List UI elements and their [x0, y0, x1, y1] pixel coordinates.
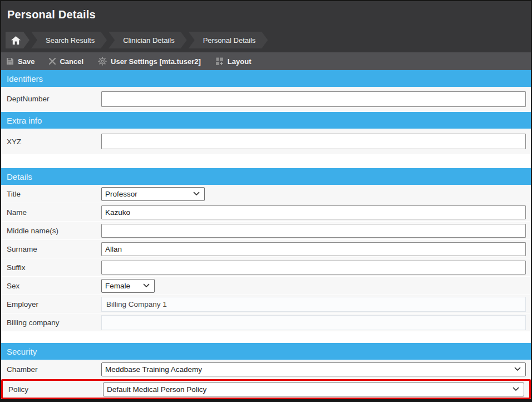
- layout-grid-icon: [215, 57, 224, 66]
- name-input[interactable]: [101, 205, 526, 219]
- form-row-middle-names: Middle name(s): [1, 222, 531, 240]
- breadcrumb: Search Results Clinician Details Persona…: [1, 28, 531, 52]
- toolbar: Save Cancel: [1, 52, 531, 70]
- layout-label: Layout: [228, 57, 252, 66]
- page-title: Personal Details: [7, 8, 96, 21]
- chamber-select[interactable]: Meddbase Training Academy: [101, 362, 526, 376]
- breadcrumb-item-clinician-details[interactable]: Clinician Details: [109, 32, 186, 48]
- breadcrumb-label: Clinician Details: [123, 36, 174, 45]
- title-bar: Personal Details: [1, 1, 531, 28]
- cancel-button[interactable]: Cancel: [49, 57, 83, 66]
- save-button[interactable]: Save: [6, 57, 35, 66]
- form-row-xyz: XYZ: [1, 129, 531, 155]
- form-row-chamber: Chamber Meddbase Training Academy: [1, 360, 531, 379]
- xyz-label: XYZ: [7, 138, 101, 146]
- breadcrumb-home[interactable]: [6, 32, 29, 48]
- deptnumber-label: DeptNumber: [7, 95, 101, 103]
- save-icon: [6, 57, 14, 65]
- section-title: Identifiers: [7, 74, 43, 84]
- section-header-extra-info: Extra info: [1, 112, 531, 129]
- form-row-employer: Employer Billing Company 1: [1, 295, 531, 313]
- sex-label: Sex: [7, 282, 101, 290]
- deptnumber-input[interactable]: [101, 91, 526, 107]
- middle-names-input[interactable]: [101, 224, 526, 238]
- user-settings-button[interactable]: User Settings [mta.tuser2]: [98, 57, 201, 66]
- xyz-input[interactable]: [101, 134, 526, 149]
- form-row-billing-company: Billing company: [1, 313, 531, 332]
- section-title: Details: [7, 172, 32, 182]
- breadcrumb-item-search-results[interactable]: Search Results: [31, 32, 107, 48]
- section-header-security: Security: [1, 343, 531, 360]
- policy-label: Policy: [8, 385, 103, 394]
- policy-highlight-box: Policy Default Medical Person Policy: [1, 379, 531, 399]
- save-label: Save: [18, 57, 35, 66]
- cancel-label: Cancel: [60, 57, 83, 66]
- policy-select[interactable]: Default Medical Person Policy: [103, 383, 524, 396]
- suffix-label: Suffix: [7, 263, 101, 272]
- suffix-input[interactable]: [101, 261, 526, 274]
- home-icon: [11, 36, 21, 45]
- surname-input[interactable]: [101, 242, 526, 256]
- surname-label: Surname: [7, 245, 101, 253]
- form-row-title: Title Professor: [1, 185, 531, 203]
- section-header-details: Details: [1, 168, 531, 185]
- breadcrumb-label: Search Results: [46, 36, 95, 45]
- top-band: Personal Details Search Results Clinicia…: [1, 1, 531, 52]
- employer-label: Employer: [7, 300, 101, 308]
- breadcrumb-item-personal-details[interactable]: Personal Details: [189, 32, 268, 48]
- title-select[interactable]: Professor: [101, 187, 205, 201]
- user-settings-label: User Settings [mta.tuser2]: [111, 57, 201, 66]
- billing-company-readonly-field: [101, 315, 526, 330]
- breadcrumb-label: Personal Details: [203, 36, 256, 45]
- gear-icon: [98, 57, 107, 66]
- billing-company-label: Billing company: [7, 318, 101, 327]
- title-label: Title: [7, 190, 101, 198]
- spacer: [1, 332, 531, 343]
- form-row-name: Name: [1, 203, 531, 222]
- middle-names-label: Middle name(s): [7, 227, 101, 235]
- chamber-label: Chamber: [7, 365, 101, 374]
- section-title: Security: [7, 347, 37, 356]
- employer-readonly-field: Billing Company 1: [101, 297, 526, 312]
- section-header-identifiers: Identifiers: [1, 70, 531, 87]
- close-icon: [49, 58, 56, 65]
- form-row-suffix: Suffix: [1, 258, 531, 277]
- section-title: Extra info: [7, 116, 42, 125]
- form-row-sex: Sex Female: [1, 277, 531, 295]
- form-row-surname: Surname: [1, 240, 531, 258]
- form-row-policy: Policy Default Medical Person Policy: [3, 381, 529, 398]
- name-label: Name: [7, 208, 101, 217]
- spacer: [1, 155, 531, 168]
- layout-button[interactable]: Layout: [215, 57, 252, 66]
- sex-select[interactable]: Female: [101, 279, 155, 293]
- form-row-deptnumber: DeptNumber: [1, 87, 531, 112]
